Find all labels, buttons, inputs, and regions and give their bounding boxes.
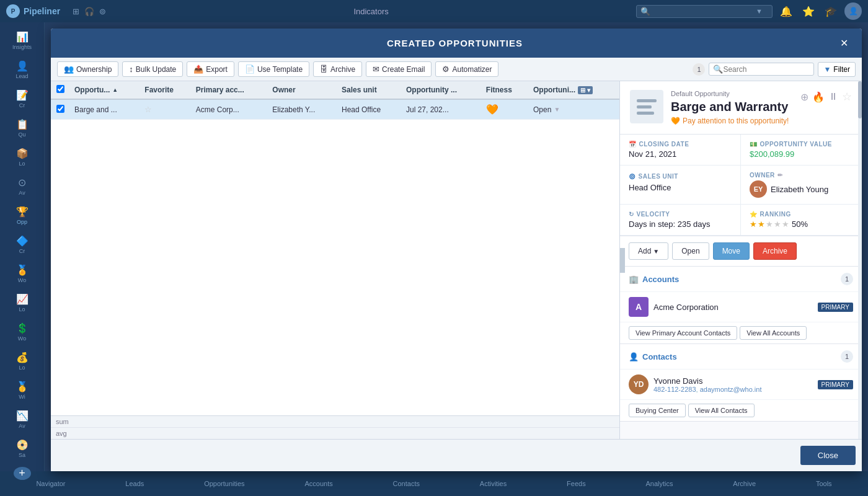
col-sales-unit[interactable]: Sales unit <box>337 81 401 99</box>
col-opportunity[interactable]: Opportu... ▲ <box>69 81 140 99</box>
col-primary-account[interactable]: Primary acc... <box>191 81 268 99</box>
calendar-icon: 📅 <box>629 141 637 148</box>
favorite-star-icon[interactable]: ☆ <box>144 105 152 114</box>
accounts-section-header[interactable]: 🏢 Accounts 1 <box>620 267 862 291</box>
hat-icon[interactable]: 🎓 <box>822 4 839 19</box>
plus-icon[interactable]: ⊕ <box>800 91 808 103</box>
add-action-button[interactable]: Add ▼ <box>629 242 668 260</box>
contact-phone[interactable]: 482-112-2283 <box>653 386 696 393</box>
pause-icon[interactable]: ⏸ <box>828 91 838 102</box>
view-primary-contacts-button[interactable]: View Primary Account Contacts <box>629 326 737 340</box>
headset-icon[interactable]: 🎧 <box>84 7 94 16</box>
top-search[interactable]: 🔍 ▼ <box>636 5 773 18</box>
row-name[interactable]: Barge and ... <box>69 99 140 120</box>
sidebar-item-lo[interactable]: 📦 Lo <box>0 144 44 170</box>
automatizer-button[interactable]: ⚙ Automatizer <box>435 61 498 77</box>
col-owner[interactable]: Owner <box>267 81 337 99</box>
use-template-button[interactable]: 📄 Use Template <box>238 61 309 77</box>
search-input[interactable] <box>723 65 810 74</box>
sidebar-item-wi[interactable]: 🥇 Wi <box>0 377 44 404</box>
archive-action-button[interactable]: Archive <box>753 242 797 260</box>
sidebar-item-qu[interactable]: 📋 Qu <box>0 115 44 141</box>
column-grid-icon[interactable]: ⊞ ▾ <box>578 86 593 94</box>
star-icon[interactable]: ⭐ <box>800 4 817 19</box>
target-icon[interactable]: ⊚ <box>99 7 106 16</box>
favorite-icon[interactable]: ☆ <box>842 90 852 104</box>
panel-collapse-button[interactable]: › <box>620 248 625 273</box>
pipeliner-logo-icon: ⊚ <box>629 172 636 181</box>
user-avatar[interactable]: 👤 <box>844 2 862 20</box>
row-expand-icon[interactable]: ▼ <box>554 106 560 113</box>
col-favorite[interactable]: Favorite <box>140 81 190 99</box>
row-checkbox[interactable] <box>56 105 64 113</box>
sidebar-item-cr[interactable]: 📝 Cr <box>0 86 44 112</box>
col-stage[interactable]: Opportuni... ⊞ ▾ <box>528 81 619 99</box>
grid-icon[interactable]: ⊞ <box>73 7 79 16</box>
sidebar-item-cr2[interactable]: 🔷 Cr <box>0 231 44 258</box>
sidebar-item-av2[interactable]: 📉 Av <box>0 406 44 433</box>
sidebar-item-lo2[interactable]: 📈 Lo <box>0 290 44 316</box>
col-fitness[interactable]: Fitness <box>481 81 528 99</box>
row-stage[interactable]: Open ▼ <box>528 99 619 120</box>
archive-icon: 🗄 <box>320 64 328 74</box>
nav-tools[interactable]: Tools <box>811 477 837 490</box>
add-button[interactable]: + <box>14 467 31 480</box>
sidebar-item-av[interactable]: ⊙ Av <box>0 173 44 200</box>
row-checkbox-cell[interactable] <box>51 99 69 120</box>
scroll-thumb[interactable] <box>858 81 862 118</box>
av2-icon: 📉 <box>16 410 29 422</box>
app-logo[interactable]: P Pipeliner <box>6 4 60 18</box>
bulk-update-button[interactable]: ↕ Bulk Update <box>122 61 183 77</box>
table-row[interactable]: Barge and ... ☆ Acme Corp... <box>51 99 619 120</box>
filter-button[interactable]: ▼ Filter <box>818 62 856 77</box>
contacts-icon: 👤 <box>629 352 639 361</box>
sidebar-item-insights[interactable]: 📊 Insights <box>0 27 44 54</box>
owner-avatar: EY <box>750 180 767 198</box>
sidebar-item-lo3[interactable]: 💰 Lo <box>0 348 44 374</box>
nav-archive[interactable]: Archive <box>728 477 761 490</box>
wi-icon: 🥇 <box>16 381 29 392</box>
nav-activities[interactable]: Activities <box>475 477 512 490</box>
flame-icon[interactable]: 🔥 <box>812 91 825 103</box>
edit-icon[interactable]: ✏ <box>777 172 783 179</box>
col-opportunity-date[interactable]: Opportunity ... <box>401 81 481 99</box>
search-dropdown-icon[interactable]: ▼ <box>756 7 763 15</box>
ownership-button[interactable]: 👥 Ownership <box>57 61 118 77</box>
nav-contacts[interactable]: Contacts <box>388 477 425 490</box>
nav-opportunities[interactable]: Opportunities <box>199 477 249 490</box>
close-button[interactable]: Close <box>800 446 856 465</box>
view-all-accounts-button[interactable]: View All Accounts <box>740 326 807 340</box>
nav-accounts[interactable]: Accounts <box>299 477 337 490</box>
nav-leads[interactable]: Leads <box>120 477 149 490</box>
sidebar-item-sa[interactable]: 📀 Sa <box>0 435 44 462</box>
select-all-header[interactable] <box>51 81 69 99</box>
search-toolbar[interactable]: 🔍 <box>709 63 814 76</box>
row-favorite[interactable]: ☆ <box>140 99 190 120</box>
accounts-section: 🏢 Accounts 1 A Acme Corporation PRIMARY <box>620 267 862 344</box>
sidebar-item-wo[interactable]: 🏅 Wo <box>0 260 44 287</box>
opportunity-value-label: 💵 OPPORTUNITY VALUE <box>750 141 853 148</box>
account-item: A Acme Corporation PRIMARY <box>620 291 862 322</box>
view-all-contacts-button[interactable]: View All Contacts <box>688 404 755 417</box>
create-email-button[interactable]: ✉ Create Email <box>366 61 432 77</box>
bell-icon[interactable]: 🔔 <box>777 4 795 19</box>
sidebar-item-lead[interactable]: 👤 Lead <box>0 56 44 83</box>
export-button[interactable]: 📤 Export <box>187 61 234 77</box>
nav-feeds[interactable]: Feeds <box>562 477 591 490</box>
sidebar-item-opp[interactable]: 🏆 Opp <box>0 202 44 229</box>
nav-navigator[interactable]: Navigator <box>31 477 70 490</box>
sidebar-item-wo2[interactable]: 💲 Wo <box>0 319 44 345</box>
top-search-input[interactable] <box>650 7 756 16</box>
move-button[interactable]: Move <box>713 242 750 260</box>
contact-email[interactable]: adaymontz@who.int <box>700 386 762 393</box>
buying-center-button[interactable]: Buying Center <box>629 404 686 417</box>
archive-button[interactable]: 🗄 Archive <box>313 61 362 77</box>
open-button[interactable]: Open <box>672 242 709 260</box>
sidebar-label-av: Av <box>19 190 25 196</box>
modal-close-button[interactable]: ✕ <box>836 36 852 50</box>
row-sales-unit: Head Office <box>337 99 401 120</box>
select-all-checkbox[interactable] <box>56 85 64 93</box>
modal-header: CREATED OPPORTUNITIES ✕ <box>51 29 862 58</box>
contacts-section-header[interactable]: 👤 Contacts 1 <box>620 344 862 369</box>
nav-analytics[interactable]: Analytics <box>640 477 678 490</box>
